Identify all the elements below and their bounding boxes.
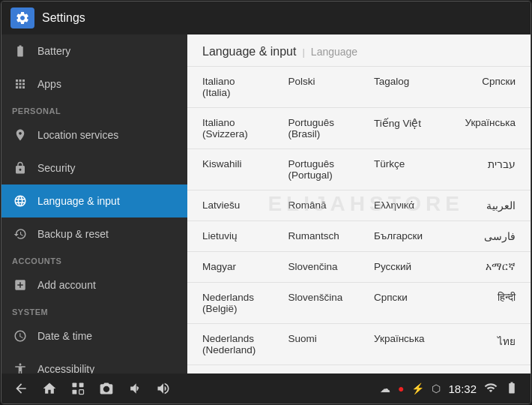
language-cell: Türkçe: [359, 149, 445, 190]
sidebar-item-battery[interactable]: Battery: [1, 34, 187, 68]
sidebar-label-backup: Backup & reset: [37, 228, 109, 240]
sidebar-label-addaccount: Add account: [37, 279, 96, 291]
language-cell: Latviešu: [187, 190, 273, 220]
language-cell: Русский: [359, 252, 445, 282]
language-cell: עברית: [359, 365, 445, 374]
sidebar-label-accessibility: Accessibility: [37, 363, 94, 374]
language-cell: Português (Portugal): [273, 149, 360, 190]
language-row[interactable]: Norsk bokmålSvenskaעברית한국어: [187, 365, 531, 374]
section-accounts: ACCOUNTS: [1, 250, 187, 268]
battery-icon: [12, 43, 28, 59]
sidebar-label-battery: Battery: [37, 45, 70, 57]
language-cell: Polski: [273, 67, 360, 107]
language-row[interactable]: LatviešuRomânăΕλληνικάالعربية: [187, 190, 531, 221]
language-row[interactable]: LietuviųRumantschБългарскиفارسی: [187, 221, 531, 252]
language-cell: ไทย: [445, 324, 531, 364]
language-cell: Italiano (Svizzera): [187, 108, 273, 148]
language-cell: Kiswahili: [187, 149, 273, 190]
language-cell: አማርኛ: [445, 252, 531, 282]
language-cell: Slovenščina: [273, 283, 360, 323]
language-cell: Српски: [445, 67, 531, 107]
language-cell: עברית: [445, 149, 531, 190]
language-cell: Українська: [359, 324, 445, 364]
svg-rect-1: [79, 383, 84, 388]
language-row[interactable]: Nederlands (Nederland)SuomiУкраїнськаไทย: [187, 324, 531, 365]
main-area: Battery Apps PERSONAL Location services: [1, 34, 531, 374]
language-cell: فارسی: [445, 221, 531, 251]
language-cell: Português (Brasil): [273, 108, 360, 148]
svg-rect-0: [73, 383, 77, 388]
security-icon: [12, 160, 28, 176]
bottom-nav: [13, 381, 171, 396]
language-cell: Lietuvių: [187, 221, 273, 251]
svg-rect-2: [73, 390, 77, 394]
cloud-icon: ☁: [380, 382, 390, 394]
section-system: SYSTEM: [1, 302, 187, 320]
content-header-subtitle: Language: [311, 46, 357, 58]
wifi-icon: [484, 381, 498, 397]
language-cell: Italiano (Italia): [187, 67, 273, 107]
sidebar-item-backup[interactable]: Backup & reset: [1, 218, 187, 250]
language-cell: العربية: [445, 190, 531, 220]
language-cell: 한국어: [445, 365, 531, 374]
language-cell: Tiếng Việt: [359, 108, 445, 148]
language-cell: Ελληνικά: [359, 190, 445, 220]
sidebar-item-addaccount[interactable]: Add account: [1, 268, 187, 302]
sidebar-item-security[interactable]: Security: [1, 152, 187, 184]
battery-status-icon: [505, 381, 519, 397]
svg-rect-3: [79, 390, 84, 394]
header-separator: |: [302, 46, 304, 58]
sidebar-label-security: Security: [37, 162, 76, 174]
language-cell: Norsk bokmål: [187, 365, 273, 374]
back-button[interactable]: [13, 381, 28, 396]
bottom-bar: ☁ ● ⚡ ⬡ 18:32: [1, 374, 531, 404]
language-row[interactable]: Nederlands (België)SlovenščinaСрпскиहिन्…: [187, 283, 531, 324]
language-cell: Svenska: [273, 365, 360, 374]
language-grid: Italiano (Italia)PolskiTagalogСрпскиItal…: [187, 67, 531, 374]
language-cell: Slovenčina: [273, 252, 360, 282]
section-personal: PERSONAL: [1, 100, 187, 118]
android-icon: ⬡: [432, 382, 441, 394]
location-icon: [12, 127, 28, 143]
content-panel: Language & input | Language Italiano (It…: [187, 34, 531, 374]
language-cell: Tagalog: [359, 67, 445, 107]
sidebar-item-location[interactable]: Location services: [1, 118, 187, 152]
sidebar-label-datetime: Date & time: [37, 330, 92, 342]
sidebar-item-apps[interactable]: Apps: [1, 68, 187, 100]
sidebar-item-language[interactable]: Language & input: [1, 184, 187, 218]
language-cell: Magyar: [187, 252, 273, 282]
home-button[interactable]: [42, 381, 57, 396]
clock-icon: [12, 328, 28, 344]
language-row[interactable]: Italiano (Svizzera)Português (Brasil)Tiế…: [187, 108, 531, 149]
language-cell: Română: [273, 190, 360, 220]
accessibility-icon: [12, 361, 28, 374]
bottom-status: ☁ ● ⚡ ⬡ 18:32: [380, 381, 519, 397]
apps-icon: [12, 76, 28, 92]
volume-down-button[interactable]: [127, 381, 142, 396]
language-cell: Български: [359, 221, 445, 251]
sidebar-label-language: Language & input: [37, 195, 120, 207]
language-cell: Nederlands (België): [187, 283, 273, 323]
volume-up-button[interactable]: [156, 381, 171, 396]
screenshot-button[interactable]: [99, 381, 114, 396]
sidebar-label-apps: Apps: [37, 78, 61, 90]
language-cell: Українська: [445, 108, 531, 148]
language-row[interactable]: MagyarSlovenčinaРусскийአማርኛ: [187, 252, 531, 283]
sidebar-item-accessibility[interactable]: Accessibility: [1, 352, 187, 374]
language-icon: [12, 193, 28, 209]
app-window: Settings Battery Apps PERSONAL: [1, 1, 531, 404]
content-header-title: Language & input: [202, 45, 296, 58]
top-bar: Settings: [1, 2, 531, 34]
language-cell: Nederlands (Nederland): [187, 324, 273, 364]
opera-icon: ●: [398, 382, 404, 394]
clock-display: 18:32: [448, 382, 477, 395]
sidebar-item-datetime[interactable]: Date & time: [1, 320, 187, 352]
language-row[interactable]: Italiano (Italia)PolskiTagalogСрпски: [187, 67, 531, 108]
settings-icon: [15, 10, 30, 26]
sidebar: Battery Apps PERSONAL Location services: [1, 34, 187, 374]
recents-button[interactable]: [70, 381, 85, 396]
language-cell: Suomi: [273, 324, 360, 364]
add-icon: [12, 277, 28, 293]
usb-icon: ⚡: [411, 382, 424, 394]
language-row[interactable]: KiswahiliPortuguês (Portugal)Türkçeעברית: [187, 149, 531, 190]
